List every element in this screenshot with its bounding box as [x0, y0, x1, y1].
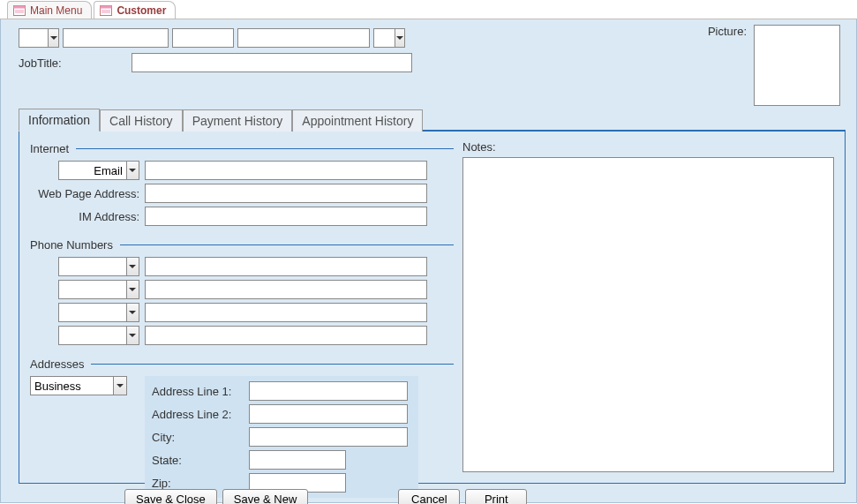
job-title-input[interactable] [132, 53, 412, 72]
svg-rect-5 [101, 5, 112, 8]
address-line2-input[interactable] [249, 404, 408, 424]
phones-group-title: Phone Numbers [30, 238, 113, 252]
address-block: Address Line 1: Address Line 2: City: [145, 376, 418, 498]
title-input[interactable] [19, 29, 48, 47]
im-address-label: IM Address: [30, 210, 145, 223]
tab-payment-history[interactable]: Payment History [183, 109, 293, 132]
chevron-down-icon[interactable] [395, 29, 404, 47]
customer-form: Picture: JobTitle: Information Call Hist… [0, 19, 857, 503]
last-name-input[interactable] [237, 28, 370, 48]
document-tabs: Main Menu Customer [0, 0, 857, 19]
notes-label: Notes: [462, 140, 834, 154]
title-combo[interactable] [19, 28, 59, 48]
cancel-label: Cancel [411, 493, 447, 504]
web-page-label: Web Page Address: [30, 187, 145, 200]
picture-label: Picture: [708, 25, 747, 38]
picture-group: Picture: [708, 25, 840, 106]
phone-number-input-2[interactable] [145, 280, 427, 299]
right-column: Notes: [462, 140, 834, 472]
detail-tab-control: Information Call History Payment History… [19, 108, 846, 484]
addresses-group-title: Addresses [30, 357, 84, 371]
picture-box[interactable] [754, 25, 840, 106]
rule [120, 244, 454, 245]
internet-group-header: Internet [30, 142, 454, 155]
print-button[interactable]: Print [465, 489, 527, 504]
suffix-input[interactable] [374, 29, 395, 47]
state-label: State: [152, 454, 249, 467]
email-input[interactable] [145, 161, 427, 180]
city-label: City: [152, 431, 249, 444]
rule [76, 148, 454, 149]
internet-group-title: Internet [30, 142, 69, 155]
save-new-button[interactable]: Save & New [222, 489, 309, 504]
tab-information-label: Information [28, 113, 90, 127]
tab-call-history[interactable]: Call History [100, 109, 183, 132]
phones-group-header: Phone Numbers [30, 238, 454, 252]
address-line1-input[interactable] [249, 381, 408, 401]
tab-page-information: Internet Web Page Address: [19, 131, 846, 484]
phone-type-input-3[interactable] [59, 304, 126, 321]
chevron-down-icon[interactable] [48, 29, 58, 47]
email-type-combo[interactable] [58, 161, 139, 180]
detail-tab-strip: Information Call History Payment History… [19, 108, 846, 131]
city-input[interactable] [249, 427, 408, 447]
chevron-down-icon[interactable] [126, 327, 139, 344]
zip-label: Zip: [152, 477, 249, 490]
web-page-input[interactable] [145, 184, 427, 203]
tab-appointment-history[interactable]: Appointment History [292, 109, 423, 132]
middle-name-input[interactable] [172, 28, 234, 48]
chevron-down-icon[interactable] [126, 304, 139, 321]
phone-type-combo-3[interactable] [58, 303, 139, 322]
tab-customer[interactable]: Customer [94, 1, 176, 19]
address-line2-label: Address Line 2: [152, 408, 249, 421]
form-icon [13, 5, 26, 16]
phone-type-combo-1[interactable] [58, 257, 139, 276]
address-type-combo[interactable] [30, 376, 127, 395]
action-buttons: Save & Close Save & New Cancel Print [19, 489, 846, 504]
suffix-combo[interactable] [373, 28, 405, 48]
phone-type-input-4[interactable] [59, 327, 126, 344]
chevron-down-icon[interactable] [113, 377, 126, 395]
chevron-down-icon[interactable] [126, 162, 139, 179]
tab-main-menu-label: Main Menu [30, 4, 82, 17]
email-type-input[interactable] [59, 162, 126, 179]
tab-payment-history-label: Payment History [192, 114, 283, 128]
notes-textarea[interactable] [462, 157, 834, 472]
left-column: Internet Web Page Address: [30, 140, 454, 472]
tab-main-menu[interactable]: Main Menu [7, 1, 92, 19]
save-close-label: Save & Close [136, 493, 206, 504]
job-title-label: JobTitle: [19, 56, 124, 70]
tab-call-history-label: Call History [109, 114, 173, 128]
chevron-down-icon[interactable] [126, 281, 139, 298]
phone-type-combo-2[interactable] [58, 280, 139, 299]
cancel-button[interactable]: Cancel [398, 489, 460, 504]
phone-type-input-2[interactable] [59, 281, 126, 298]
chevron-down-icon[interactable] [126, 258, 139, 275]
address-line1-label: Address Line 1: [152, 385, 249, 398]
tab-appointment-history-label: Appointment History [302, 114, 413, 128]
im-address-input[interactable] [145, 207, 427, 226]
phone-type-combo-4[interactable] [58, 326, 139, 345]
tab-rule [423, 130, 846, 131]
addresses-group-header: Addresses [30, 357, 454, 371]
rule [91, 364, 454, 365]
tab-customer-label: Customer [117, 4, 166, 17]
save-new-label: Save & New [234, 493, 297, 504]
state-input[interactable] [249, 450, 346, 470]
svg-rect-1 [14, 5, 26, 8]
first-name-input[interactable] [63, 28, 169, 48]
phone-type-input-1[interactable] [59, 258, 126, 275]
save-close-button[interactable]: Save & Close [124, 489, 217, 504]
address-type-input[interactable] [31, 377, 113, 395]
print-label: Print [485, 493, 508, 504]
tab-information[interactable]: Information [19, 109, 100, 132]
form-icon [100, 5, 112, 16]
phone-number-input-4[interactable] [145, 326, 427, 345]
phone-number-input-3[interactable] [145, 303, 427, 322]
phone-number-input-1[interactable] [145, 257, 427, 276]
